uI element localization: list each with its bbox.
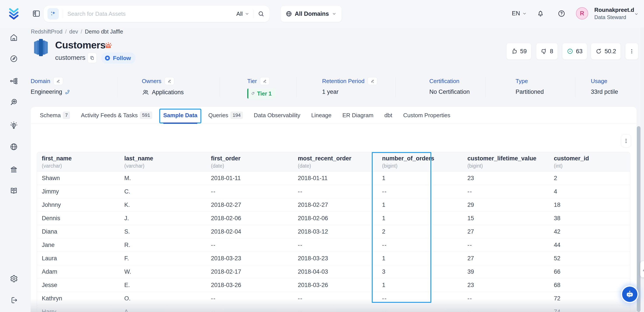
sidebar-item-lineage[interactable] [8,75,20,87]
table-cell: -- [206,185,293,198]
metadata-label[interactable]: Owners [142,78,162,85]
help-icon[interactable] [558,10,566,18]
sidebar-item-settings[interactable] [8,273,20,284]
table-cell: -- [206,305,293,312]
tab-activity-feeds-tasks[interactable]: Activity Feeds & Tasks591 [81,107,152,124]
table-row[interactable]: DennisJ.2018-02-062018-02-0611538 [37,212,630,225]
vertical-scrollbar[interactable] [637,126,640,312]
edit-button[interactable] [260,77,270,85]
tab-custom-properties[interactable]: Custom Properties [403,107,450,124]
table-row[interactable]: JimmyC.--------4 [37,185,630,198]
stat-circle-dot-button[interactable]: 63 [562,43,587,60]
table-row[interactable]: AdamW.2018-02-172018-04-0333966 [37,265,630,278]
breadcrumb-item[interactable]: Demo dbt Jaffle [85,29,123,35]
search-icon[interactable] [258,11,264,17]
tab-label: dbt [384,112,392,119]
edit-button[interactable] [164,77,174,85]
sidebar-item-logout[interactable] [8,294,20,306]
tier-badge[interactable]: Tier 1 [247,89,276,99]
table-cell: 52 [549,252,630,265]
tab-label: Lineage [311,112,332,119]
alert-siren-icon[interactable] [104,41,113,50]
breadcrumb-item[interactable]: dev [69,29,78,35]
edit-button[interactable] [368,77,377,85]
stat-refresh-button[interactable]: 50.2 [591,43,621,60]
language-dropdown[interactable]: EN [512,10,527,17]
table-row[interactable]: LauraF.2018-03-232018-03-2312752 [37,252,630,265]
kebab-icon [623,138,629,144]
sidebar-item-explore[interactable] [8,53,20,64]
table-row[interactable]: HarryA.--------74 [37,305,630,312]
sidebar-item-domains[interactable] [8,141,20,152]
tab-label: Custom Properties [403,112,450,119]
floating-edit-handle[interactable] [640,261,644,277]
metadata-label[interactable]: Usage [591,78,607,85]
tab-queries[interactable]: Queries194 [208,107,243,124]
sidebar-item-glossary[interactable] [8,185,20,197]
sidebar-item-home[interactable] [8,32,20,43]
column-header-most_recent_order[interactable]: most_recent_order(date) [293,152,377,172]
search-scope-dropdown[interactable]: All [236,11,250,17]
table-row[interactable]: KathrynO.--------72 [37,292,630,305]
follow-button[interactable]: Follow [101,52,136,64]
search-input[interactable] [67,10,236,18]
edit-button[interactable] [54,77,63,85]
table-cell: 2018-02-06 [206,212,293,225]
sidebar-item-observability[interactable] [8,97,20,108]
pencil-icon [642,266,644,272]
table-cell: Harry [37,305,120,312]
copy-name-button[interactable] [88,53,97,63]
metadata-label[interactable]: Tier [247,78,257,85]
table-cell: 38 [549,212,630,225]
user-menu[interactable]: Rounakpreet.d Data Steward [594,7,634,21]
metadata-value: 33rd pctile [591,89,618,95]
tab-er-diagram[interactable]: ER Diagram [342,107,374,124]
table-row[interactable]: JesseE.2018-03-262018-03-2612368 [37,278,630,292]
column-header-number_of_orders[interactable]: number_of_orders(bigint) [377,152,462,172]
tab-lineage[interactable]: Lineage [311,107,332,124]
tab-schema[interactable]: Schema7 [40,107,70,124]
avatar[interactable]: R [576,7,588,20]
all-domains-dropdown[interactable]: All Domains [280,6,342,22]
stat-thumbs-up-button[interactable]: 59 [506,43,531,60]
sidebar-toggle-icon[interactable] [32,9,41,19]
chatbot-button[interactable] [622,286,638,302]
column-header-first_order[interactable]: first_order(date) [206,152,293,172]
metadata-field-tier: TierTier 1 [247,77,276,99]
metadata-label[interactable]: Certification [429,78,459,85]
metadata-label[interactable]: Type [516,78,528,85]
sidebar-item-governance[interactable] [8,164,20,175]
ai-sparkles-icon[interactable] [48,8,59,20]
table-more-actions-button[interactable] [621,134,631,147]
column-header-last_name[interactable]: last_name(varchar) [120,152,206,172]
pencil-icon [642,266,644,272]
table-cell: Jane [37,238,120,252]
tab-data-observability[interactable]: Data Observability [254,107,300,124]
table-row[interactable]: JohnnyK.2018-02-272018-02-2712918 [37,198,630,212]
column-header-customer_id[interactable]: customer_id(int) [549,152,630,172]
atlan-logo-icon[interactable] [8,7,20,20]
breadcrumb-item[interactable]: RedshiftProd [31,29,62,35]
tab-dbt[interactable]: dbt [384,107,392,124]
table-cell: 1 [377,278,462,292]
table-cell: 2018-01-11 [293,172,377,185]
user-menu-chevron-icon[interactable] [634,12,639,17]
panel-toggle-icon [32,9,41,18]
kebab-icon [629,48,635,54]
table-cell: -- [206,238,293,252]
table-row[interactable]: JaneR.--------44 [37,238,630,252]
tab-sample-data[interactable]: Sample Data [163,107,198,124]
metadata-label[interactable]: Retention Period [322,78,364,85]
thumbs-up-icon [511,48,518,55]
sidebar-item-insights[interactable] [8,120,20,131]
metadata-label[interactable]: Domain [31,78,50,85]
table-cell: 2018-03-23 [206,252,293,265]
table-row[interactable]: ShawnM.2018-01-112018-01-111232 [37,172,630,185]
column-header-first_name[interactable]: first_name(varchar) [37,152,120,172]
asset-more-actions-button[interactable] [625,43,638,60]
table-row[interactable]: DianaS.2018-02-042018-03-1222742 [37,225,630,238]
metadata-field-domain: DomainEngineering [31,77,70,99]
column-header-customer_lifetime_value[interactable]: customer_lifetime_value(bigint) [462,152,549,172]
notifications-bell-icon[interactable] [536,10,544,18]
stat-thumbs-down-button[interactable]: 8 [536,43,558,60]
